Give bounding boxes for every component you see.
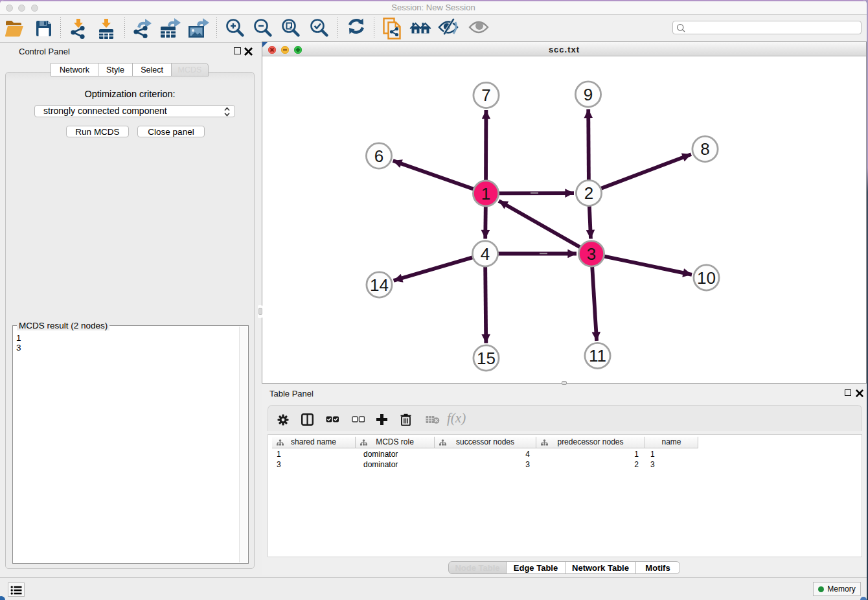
svg-text:14: 14 [370, 275, 389, 295]
svg-text:4: 4 [481, 244, 490, 264]
svg-text:15: 15 [477, 349, 496, 368]
svg-text:2: 2 [584, 183, 593, 203]
svg-text:6: 6 [374, 146, 383, 166]
svg-text:1: 1 [481, 184, 490, 203]
svg-text:9: 9 [584, 85, 593, 104]
svg-text:3: 3 [587, 244, 596, 264]
svg-text:11: 11 [589, 346, 606, 365]
svg-text:8: 8 [700, 139, 709, 159]
svg-text:7: 7 [481, 86, 490, 105]
svg-text:10: 10 [697, 268, 716, 288]
